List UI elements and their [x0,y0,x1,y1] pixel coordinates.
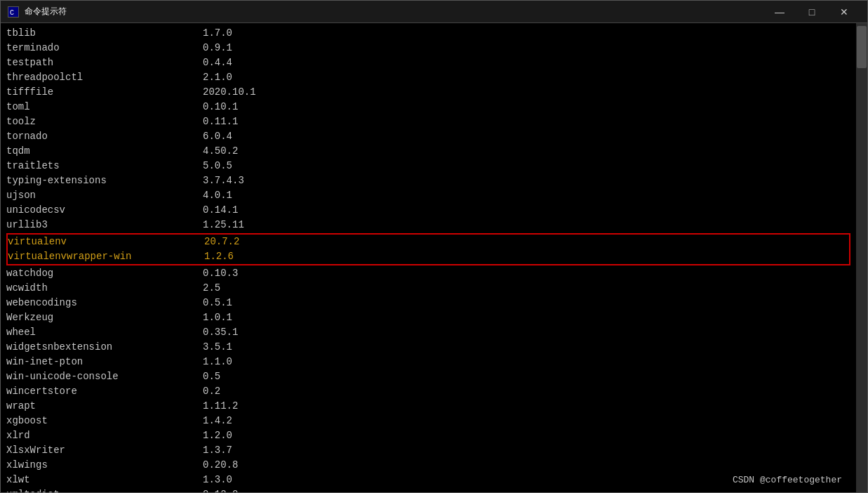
package-row: xlwt1.3.0 [6,473,850,487]
pkg-version: 0.10.3 [203,266,238,281]
pkg-name: wrapt [6,399,203,414]
pkg-version: 2020.10.1 [203,85,256,100]
package-row: win-inet-pton1.1.0 [6,355,850,369]
pkg-version: 1.4.2 [203,414,232,428]
pkg-name: virtualenv [8,235,204,249]
pkg-name: typing-extensions [6,173,203,188]
pkg-version: 4.0.1 [203,188,232,203]
pkg-name: terminado [6,41,203,55]
terminal-area: tblib1.7.0terminado0.9.1testpath0.4.4thr… [1,23,867,492]
pkg-name: toolz [6,114,203,129]
pkg-name: threadpoolctl [6,70,203,85]
pkg-name: tornado [6,129,203,144]
package-row: virtualenv20.7.2 [8,235,849,249]
scrollbar-thumb[interactable] [857,26,867,68]
package-row: unicodecsv0.14.1 [6,203,850,218]
pkg-version: 0.5 [203,369,220,384]
package-row: typing-extensions3.7.4.3 [6,173,850,188]
package-row: tblib1.7.0 [6,26,850,41]
package-row: threadpoolctl2.1.0 [6,70,850,85]
package-row: toolz0.11.1 [6,114,850,129]
pkg-name: toml [6,100,203,114]
minimize-button[interactable]: — [763,1,796,23]
maximize-button[interactable]: □ [796,1,828,23]
package-row: traitlets5.0.5 [6,159,850,173]
pkg-name: ujson [6,188,203,203]
pkg-version: 5.0.5 [203,159,232,173]
pkg-name: tqdm [6,144,203,159]
pkg-name: xlwt [6,473,203,487]
svg-text:C: C [10,9,14,17]
pkg-name: wcwidth [6,281,203,296]
package-row: ujson4.0.1 [6,188,850,203]
terminal-output[interactable]: tblib1.7.0terminado0.9.1testpath0.4.4thr… [1,23,856,492]
pkg-name: xmltodict [6,487,203,492]
package-row: wincertstore0.2 [6,384,850,399]
pkg-version: 1.1.0 [203,355,232,369]
pkg-name: XlsxWriter [6,443,203,458]
pkg-version: 3.7.4.3 [203,173,244,188]
pkg-version: 0.12.0 [203,487,238,492]
watermark: CSDN @coffeetogether [733,475,842,485]
close-button[interactable]: ✕ [828,1,860,23]
pkg-version: 0.35.1 [203,325,238,340]
package-row: urllib31.25.11 [6,218,850,232]
package-row: xmltodict0.12.0 [6,487,850,492]
pkg-version: 0.10.1 [203,100,238,114]
pkg-name: watchdog [6,266,203,281]
package-row: xlwings0.20.8 [6,458,850,473]
pkg-version: 2.1.0 [203,70,232,85]
pkg-version: 0.9.1 [203,41,232,55]
package-list: tblib1.7.0terminado0.9.1testpath0.4.4thr… [6,26,850,492]
pkg-version: 3.5.1 [203,340,232,355]
package-row: webencodings0.5.1 [6,296,850,310]
pkg-name: webencodings [6,296,203,310]
pkg-name: win-inet-pton [6,355,203,369]
pkg-version: 0.4.4 [203,55,232,70]
pkg-name: wheel [6,325,203,340]
pkg-version: 1.7.0 [203,26,232,41]
package-row: virtualenvwrapper-win1.2.6 [8,249,849,264]
window-controls: — □ ✕ [763,1,860,23]
pkg-name: tifffile [6,85,203,100]
cmd-icon: C [8,6,19,18]
pkg-version: 0.5.1 [203,296,232,310]
package-row: testpath0.4.4 [6,55,850,70]
pkg-version: 0.11.1 [203,114,238,129]
pkg-name: urllib3 [6,218,203,232]
pkg-version: 0.2 [203,384,220,399]
pkg-name: xgboost [6,414,203,428]
pkg-version: 1.2.0 [203,428,232,443]
pkg-name: unicodecsv [6,203,203,218]
scrollbar[interactable] [856,23,867,492]
package-row: wcwidth2.5 [6,281,850,296]
pkg-version: 1.2.6 [204,249,234,264]
package-row: Werkzeug1.0.1 [6,310,850,325]
pkg-version: 2.5 [203,281,220,296]
package-row: toml0.10.1 [6,100,850,114]
pkg-name: traitlets [6,159,203,173]
window-title: 命令提示符 [25,6,763,18]
pkg-version: 20.7.2 [204,235,239,249]
pkg-version: 0.14.1 [203,203,238,218]
package-row: terminado0.9.1 [6,41,850,55]
package-row: XlsxWriter1.3.7 [6,443,850,458]
pkg-name: widgetsnbextension [6,340,203,355]
pkg-version: 1.11.2 [203,399,238,414]
pkg-version: 1.0.1 [203,310,232,325]
package-row: tifffile2020.10.1 [6,85,850,100]
pkg-version: 1.3.7 [203,443,232,458]
pkg-version: 4.50.2 [203,144,238,159]
package-row: watchdog0.10.3 [6,266,850,281]
pkg-version: 0.20.8 [203,458,238,473]
cmd-window: C 命令提示符 — □ ✕ tblib1.7.0terminado0.9.1te… [0,0,868,493]
pkg-version: 1.25.11 [203,218,244,232]
package-row: tornado6.0.4 [6,129,850,144]
pkg-name: win-unicode-console [6,369,203,384]
package-row: win-unicode-console0.5 [6,369,850,384]
pkg-version: 6.0.4 [203,129,232,144]
package-row: tqdm4.50.2 [6,144,850,159]
pkg-name: tblib [6,26,203,41]
package-row: widgetsnbextension3.5.1 [6,340,850,355]
pkg-name: wincertstore [6,384,203,399]
